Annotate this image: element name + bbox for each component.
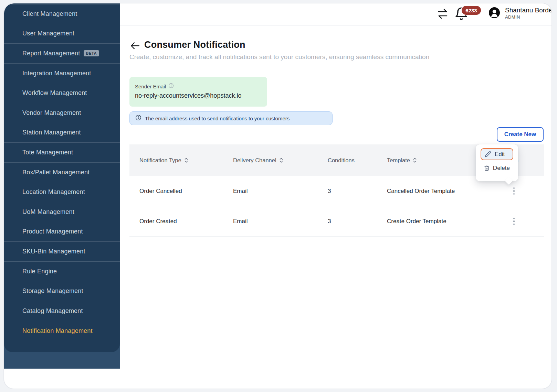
sidebar-item-label: Client Management: [22, 10, 77, 18]
info-icon: [135, 115, 141, 122]
cell-template: Create Order Template: [387, 218, 496, 225]
sidebar-nav: Client Management User Management Report…: [4, 4, 120, 341]
column-label: Template: [387, 157, 410, 164]
info-banner-text: The email address used to send notificat…: [145, 116, 290, 121]
page-subtitle: Create, customize, and track all notific…: [129, 53, 429, 61]
table-row: Order Created Email 3 Create Order Templ…: [129, 206, 544, 237]
delete-label: Delete: [493, 165, 510, 172]
cell-delivery-channel: Email: [233, 188, 328, 195]
column-label: Notification Type: [139, 157, 181, 164]
swap-arrows-icon[interactable]: [437, 8, 449, 20]
page-title: Consumer Notification: [144, 40, 245, 50]
sidebar-item-station-management[interactable]: Station Management: [4, 123, 120, 143]
sort-icon: [184, 157, 188, 163]
back-button[interactable]: [130, 41, 140, 51]
sender-email-card: Sender Email no-reply-accountservices@ho…: [129, 77, 267, 107]
sidebar-item-label: Catalog Management: [22, 307, 83, 315]
sidebar-item-label: Location Management: [22, 188, 85, 196]
row-actions-kebab-icon[interactable]: [510, 213, 518, 230]
create-new-button[interactable]: Create New: [497, 127, 544, 142]
context-menu-edit[interactable]: Edit: [481, 148, 513, 160]
sidebar: Client Management User Management Report…: [4, 3, 120, 352]
sender-email-label: Sender Email: [135, 84, 166, 89]
user-avatar[interactable]: [489, 7, 500, 18]
sidebar-item-label: Station Management: [22, 129, 81, 136]
sidebar-item-label: Storage Management: [22, 287, 83, 295]
trash-icon: [484, 165, 490, 171]
cell-conditions: 3: [328, 188, 387, 195]
context-menu-delete[interactable]: Delete: [481, 162, 513, 174]
sidebar-item-label: Notification Management: [22, 327, 93, 335]
column-label: Conditions: [328, 157, 355, 164]
column-header-delivery-channel[interactable]: Delivery Channel: [233, 157, 328, 164]
sidebar-item-report-management[interactable]: Report ManagementBETA: [4, 44, 120, 64]
column-header-notification-type[interactable]: Notification Type: [129, 157, 233, 164]
row-actions-context-menu: Edit Delete: [476, 144, 518, 181]
sidebar-item-label: Rule Engine: [22, 268, 57, 275]
cell-notification-type: Order Created: [129, 218, 233, 225]
notification-count-badge: 6233: [461, 5, 482, 15]
sidebar-item-box-pallet-management[interactable]: Box/Pallet Management: [4, 163, 120, 183]
sidebar-item-label: Vendor Management: [22, 109, 81, 117]
sidebar-item-label: Integration Management: [22, 70, 91, 77]
cell-delivery-channel: Email: [233, 218, 328, 225]
sidebar-item-label: Product Management: [22, 228, 83, 235]
sidebar-item-catalog-management[interactable]: Catalog Management: [4, 301, 120, 321]
sender-email-value: no-reply-accountservices@hopstack.io: [135, 92, 262, 99]
sidebar-item-client-management[interactable]: Client Management: [4, 4, 120, 24]
sidebar-item-storage-management[interactable]: Storage Management: [4, 281, 120, 301]
edit-label: Edit: [495, 151, 505, 158]
beta-badge: BETA: [84, 50, 99, 56]
column-label: Delivery Channel: [233, 157, 276, 164]
sidebar-item-user-management[interactable]: User Management: [4, 24, 120, 44]
cell-template: Cancelled Order Template: [387, 188, 496, 195]
sidebar-item-label: User Management: [22, 30, 74, 37]
sidebar-item-workflow-management[interactable]: Workflow Management: [4, 83, 120, 103]
user-role: ADMIN: [505, 14, 552, 20]
sidebar-item-location-management[interactable]: Location Management: [4, 182, 120, 202]
sidebar-item-sku-bin-management[interactable]: SKU-Bin Management: [4, 242, 120, 262]
sort-icon: [413, 157, 417, 163]
sidebar-item-product-management[interactable]: Product Management: [4, 222, 120, 242]
user-name: Shantanu Borde: [505, 6, 552, 14]
pencil-icon: [485, 151, 491, 157]
cell-notification-type: Order Cancelled: [129, 188, 233, 195]
sidebar-item-notification-management[interactable]: Notification Management: [4, 321, 120, 341]
sidebar-item-label: Tote Management: [22, 149, 73, 156]
row-actions-kebab-icon[interactable]: [510, 183, 518, 199]
sort-icon: [279, 157, 283, 163]
app-window: Client Management User Management Report…: [3, 3, 552, 389]
sidebar-item-vendor-management[interactable]: Vendor Management: [4, 103, 120, 123]
sidebar-item-label: UoM Management: [22, 208, 74, 216]
cell-conditions: 3: [328, 218, 387, 225]
sidebar-item-label: SKU-Bin Management: [22, 248, 85, 255]
sidebar-item-label: Workflow Management: [22, 89, 87, 97]
sidebar-item-label: Report Management: [22, 50, 80, 57]
sidebar-item-rule-engine[interactable]: Rule Engine: [4, 262, 120, 282]
sidebar-item-tote-management[interactable]: Tote Management: [4, 143, 120, 163]
sidebar-item-uom-management[interactable]: UoM Management: [4, 202, 120, 222]
sidebar-item-integration-management[interactable]: Integration Management: [4, 64, 120, 84]
sidebar-item-label: Box/Pallet Management: [22, 169, 90, 176]
info-banner: The email address used to send notificat…: [129, 111, 333, 125]
column-header-conditions: Conditions: [328, 157, 387, 164]
user-info[interactable]: Shantanu Borde ADMIN: [505, 6, 552, 20]
topbar: 6233 Shantanu Borde ADMIN: [120, 3, 552, 26]
info-icon: [168, 83, 174, 90]
